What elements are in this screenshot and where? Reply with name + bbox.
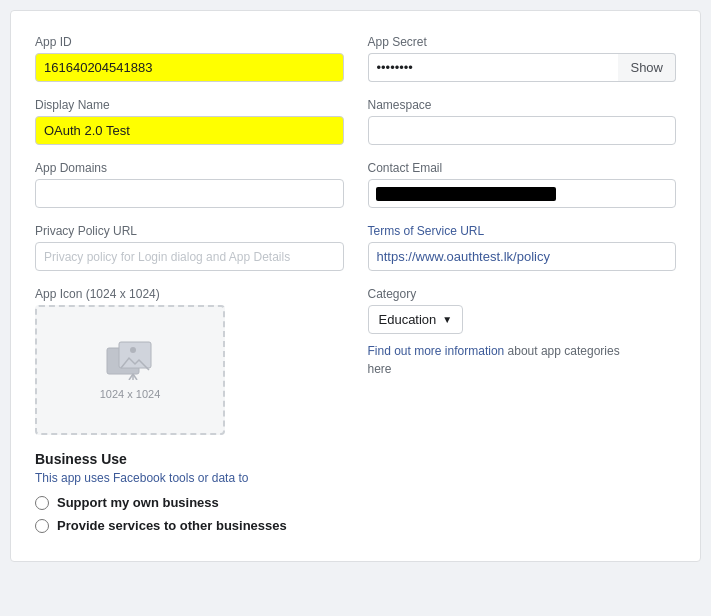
col-app-domains: App Domains [35,161,344,208]
business-use-section: Business Use This app uses Facebook tool… [35,451,676,533]
upload-icon [105,340,155,380]
app-domains-label: App Domains [35,161,344,175]
col-category: Category Education ▼ Find out more infor… [368,287,677,378]
svg-point-2 [130,347,136,353]
col-privacy-policy: Privacy Policy URL [35,224,344,271]
app-secret-label: App Secret [368,35,677,49]
display-name-label: Display Name [35,98,344,112]
col-display-name: Display Name [35,98,344,145]
row-display-namespace: Display Name Namespace [35,98,676,145]
category-dropdown[interactable]: Education ▼ [368,305,464,334]
app-secret-input[interactable] [368,53,619,82]
col-app-secret: App Secret Show [368,35,677,82]
row-icon-category: App Icon (1024 x 1024) 1024 x 1024 [35,287,676,435]
radio-other-businesses[interactable] [35,519,49,533]
app-domains-input[interactable] [35,179,344,208]
row-domains-email: App Domains Contact Email [35,161,676,208]
dropdown-arrow-icon: ▼ [442,314,452,325]
privacy-policy-input[interactable] [35,242,344,271]
contact-email-wrapper [368,179,677,208]
col-terms-of-service: Terms of Service URL [368,224,677,271]
settings-form: App ID App Secret Show Display Name Name… [10,10,701,562]
category-info: Find out more information about app cate… [368,342,677,378]
radio-option-own-business: Support my own business [35,495,676,510]
upload-size-label: 1024 x 1024 [100,388,161,400]
col-namespace: Namespace [368,98,677,145]
category-info-link[interactable]: Find out more information [368,344,505,358]
app-icon-upload[interactable]: 1024 x 1024 [35,305,225,435]
display-name-input[interactable] [35,116,344,145]
category-selected-value: Education [379,312,437,327]
namespace-label: Namespace [368,98,677,112]
col-contact-email: Contact Email [368,161,677,208]
terms-of-service-input[interactable] [368,242,677,271]
radio-other-businesses-label[interactable]: Provide services to other businesses [57,518,287,533]
namespace-input[interactable] [368,116,677,145]
app-id-label: App ID [35,35,344,49]
contact-email-label: Contact Email [368,161,677,175]
radio-own-business-label[interactable]: Support my own business [57,495,219,510]
show-secret-button[interactable]: Show [618,53,676,82]
business-use-title: Business Use [35,451,676,467]
row-app-id-secret: App ID App Secret Show [35,35,676,82]
row-privacy-terms: Privacy Policy URL Terms of Service URL [35,224,676,271]
radio-own-business[interactable] [35,496,49,510]
radio-option-other-businesses: Provide services to other businesses [35,518,676,533]
category-label: Category [368,287,677,301]
secret-row: Show [368,53,677,82]
business-use-subtitle: This app uses Facebook tools or data to [35,471,676,485]
app-icon-label: App Icon (1024 x 1024) [35,287,344,301]
privacy-policy-label: Privacy Policy URL [35,224,344,238]
terms-of-service-label: Terms of Service URL [368,224,677,238]
col-app-id: App ID [35,35,344,82]
app-id-input[interactable] [35,53,344,82]
col-app-icon: App Icon (1024 x 1024) 1024 x 1024 [35,287,344,435]
contact-email-input[interactable] [368,179,677,208]
